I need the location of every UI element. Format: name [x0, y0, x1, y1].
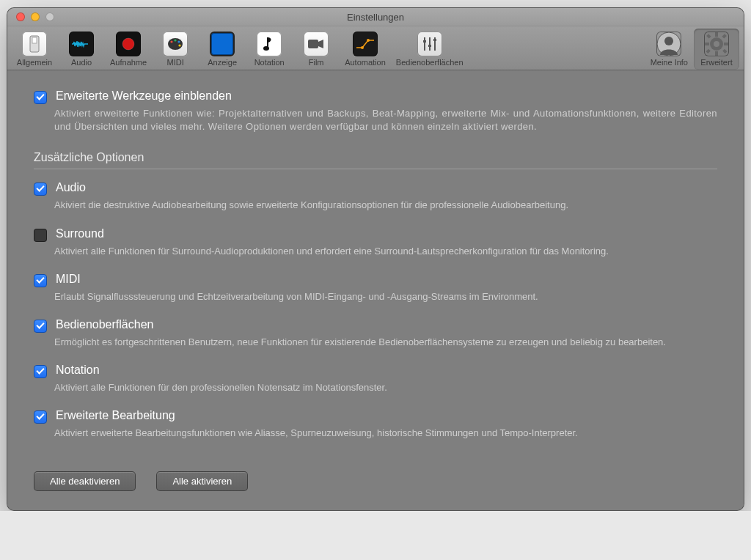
checkbox-notation[interactable] — [34, 365, 47, 378]
svg-rect-17 — [428, 45, 431, 47]
svg-point-30 — [714, 41, 719, 47]
palette-icon — [163, 32, 188, 56]
window-title: Einstellungen — [7, 12, 744, 23]
checkbox-advanced-tools[interactable] — [34, 91, 47, 104]
tab-label: Film — [309, 58, 324, 67]
tab-label: Allgemein — [17, 58, 52, 67]
tab-midi[interactable]: MIDI — [153, 29, 198, 70]
option-title: Erweiterte Werkzeuge einblenden — [56, 89, 232, 103]
svg-point-11 — [361, 46, 364, 49]
tab-label: MIDI — [167, 58, 184, 67]
checkbox-advanced-editing[interactable] — [34, 410, 47, 424]
svg-rect-18 — [433, 39, 436, 41]
monitor-icon — [210, 32, 235, 56]
tab-label: Erweitert — [700, 58, 732, 67]
option-description: Ermöglicht es fortgeschrittenen Benutzer… — [54, 336, 717, 349]
person-icon — [656, 32, 681, 56]
tab-display[interactable]: Anzeige — [199, 29, 245, 70]
svg-point-20 — [664, 37, 673, 45]
tab-control-surfaces[interactable]: Bedienoberflächen — [392, 29, 468, 70]
sliders-icon — [417, 32, 442, 56]
option-description: Aktiviert erweiterte Funktionen wie: Pro… — [54, 107, 717, 133]
option-advanced-editing: Erweiterte BearbeitungAktiviert erweiter… — [34, 409, 717, 440]
option-surround: SurroundAktiviert alle Funktionen für Su… — [34, 227, 717, 258]
svg-point-8 — [179, 44, 181, 46]
automation-icon — [353, 32, 378, 56]
tab-label: Bedienoberflächen — [396, 58, 464, 67]
svg-point-6 — [175, 39, 177, 41]
option-advanced-tools: Erweiterte Werkzeuge einblenden Aktivier… — [34, 89, 717, 133]
svg-point-5 — [171, 40, 173, 43]
disable-all-button[interactable]: Alle deaktivieren — [34, 471, 136, 491]
tab-record[interactable]: Aufnahme — [106, 29, 151, 70]
tab-general[interactable]: Allgemein — [12, 29, 57, 70]
tab-label: Aufnahme — [110, 58, 147, 67]
gear-icon — [704, 32, 729, 56]
tab-label: Notation — [254, 58, 285, 67]
svg-point-7 — [178, 40, 180, 43]
music-note-icon — [257, 32, 282, 56]
option-description: Aktiviert alle Funktionen für den profes… — [54, 381, 717, 394]
tab-label: Automation — [345, 58, 386, 67]
option-title: Erweiterte Bearbeitung — [56, 409, 175, 422]
option-midi: MIDIErlaubt Signalflusssteuerung und Ech… — [34, 273, 717, 303]
svg-rect-27 — [722, 49, 727, 54]
waveform-icon — [69, 32, 94, 56]
section-title-additional: Zusätzliche Optionen — [34, 151, 717, 164]
svg-rect-29 — [706, 49, 710, 54]
option-description: Aktiviert erweiterte Bearbeitungsfunktio… — [54, 427, 717, 440]
option-description: Akiviert die destruktive Audiobearbeitun… — [54, 199, 717, 212]
tab-automation[interactable]: Automation — [340, 29, 390, 70]
checkbox-surround[interactable] — [34, 229, 47, 242]
svg-rect-23 — [715, 51, 718, 56]
svg-rect-10 — [308, 40, 318, 48]
tab-notation[interactable]: Notation — [246, 29, 292, 70]
tab-advanced[interactable]: Erweitert — [694, 29, 739, 70]
svg-point-12 — [367, 39, 370, 42]
tab-label: Meine Info — [651, 58, 688, 67]
option-description: Aktiviert alle Funktionen für Surround-A… — [54, 245, 717, 258]
svg-rect-1 — [32, 37, 37, 43]
titlebar: Einstellungen — [7, 8, 744, 26]
option-notation: NotationAktiviert alle Funktionen für de… — [34, 364, 717, 394]
option-title: Surround — [56, 227, 104, 240]
svg-rect-28 — [722, 34, 726, 38]
svg-point-9 — [263, 46, 269, 51]
option-control-surfaces: BedienoberflächenErmöglicht es fortgesch… — [34, 318, 717, 349]
svg-rect-24 — [705, 43, 709, 45]
svg-rect-26 — [706, 34, 711, 38]
preferences-window: Einstellungen Allgemein Audio Aufnahme — [7, 7, 744, 511]
record-icon — [116, 32, 141, 56]
option-title: Bedienoberflächen — [56, 318, 153, 331]
preferences-toolbar: Allgemein Audio Aufnahme MIDI Anzeige — [7, 26, 744, 70]
checkbox-midi[interactable] — [34, 274, 47, 287]
enable-all-button[interactable]: Alle aktivieren — [156, 471, 248, 491]
option-title: MIDI — [56, 273, 81, 286]
tab-my-info[interactable]: Meine Info — [646, 29, 692, 70]
option-audio: AudioAkiviert die destruktive Audiobearb… — [34, 181, 717, 212]
option-title: Notation — [56, 364, 100, 377]
divider — [34, 169, 717, 169]
advanced-pane: Erweiterte Werkzeuge einblenden Aktivier… — [7, 70, 744, 510]
svg-rect-22 — [715, 32, 718, 37]
camera-icon — [304, 32, 329, 56]
option-description: Erlaubt Signalflusssteuerung und Echtzei… — [54, 290, 717, 303]
checkbox-control-surfaces[interactable] — [34, 320, 47, 333]
tab-film[interactable]: Film — [293, 29, 339, 70]
tab-label: Anzeige — [208, 58, 237, 67]
tab-label: Audio — [71, 58, 92, 67]
switch-icon — [22, 32, 47, 56]
option-title: Audio — [56, 181, 86, 194]
tab-audio[interactable]: Audio — [59, 29, 104, 70]
checkbox-audio[interactable] — [34, 183, 47, 196]
svg-rect-25 — [724, 43, 728, 45]
button-row: Alle deaktivieren Alle aktivieren — [34, 471, 717, 491]
svg-rect-16 — [423, 40, 426, 43]
